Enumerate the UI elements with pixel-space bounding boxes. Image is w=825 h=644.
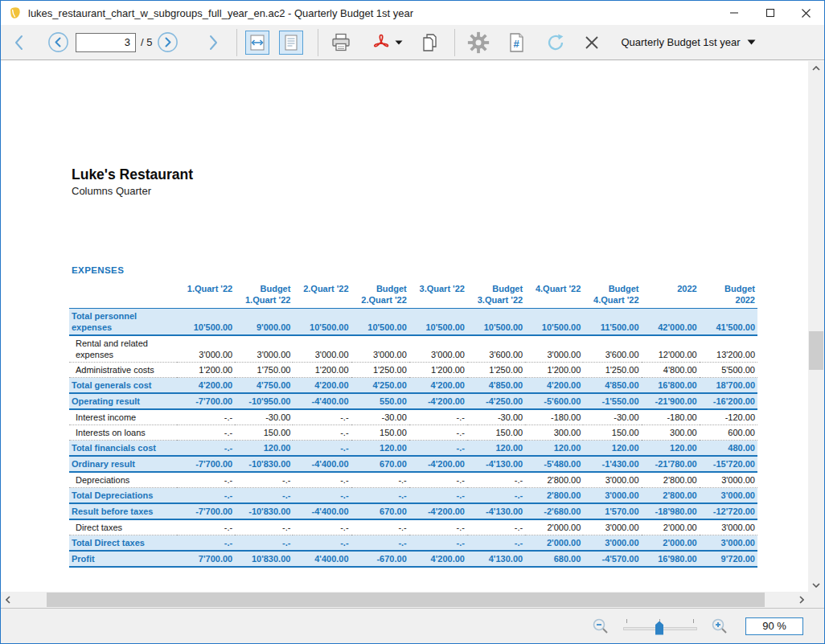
cell-value: 13'200.00 xyxy=(700,335,757,363)
table-row: Result before taxes-7'700.00-10'830.00-4… xyxy=(69,503,757,519)
row-label: Ordinary result xyxy=(69,456,177,472)
cell-value: 3'000.00 xyxy=(583,472,641,488)
scroll-up-button[interactable] xyxy=(808,61,824,75)
cell-value: 3'600.00 xyxy=(467,335,525,363)
cell-value: -.- xyxy=(235,472,293,488)
next-page-button[interactable] xyxy=(157,30,179,55)
cell-value: 3'000.00 xyxy=(293,335,351,363)
cell-value: 18'700.00 xyxy=(700,378,757,394)
maximize-button[interactable] xyxy=(752,1,788,25)
cell-value: 120.00 xyxy=(642,441,700,457)
cell-value: 150.00 xyxy=(583,425,641,441)
cell-value: -.- xyxy=(409,409,467,425)
zoom-slider-handle[interactable] xyxy=(655,621,663,635)
scroll-right-button[interactable] xyxy=(794,592,808,608)
cell-value: -.- xyxy=(467,535,525,552)
close-preview-button[interactable] xyxy=(582,30,601,55)
cell-value: 300.00 xyxy=(525,425,583,441)
cell-value: 12'000.00 xyxy=(642,335,700,363)
table-row: Total generals cost4'200.004'750.004'200… xyxy=(69,378,757,394)
column-header: Budget2022 xyxy=(700,283,757,309)
close-window-button[interactable] xyxy=(788,1,824,25)
cell-value: -4'250.00 xyxy=(467,393,525,409)
cell-value: -5'480.00 xyxy=(525,456,583,472)
cell-value: 3'000.00 xyxy=(583,519,641,535)
app-icon xyxy=(8,6,22,20)
cell-value: -10'830.00 xyxy=(235,456,293,472)
vertical-scrollbar[interactable] xyxy=(808,61,824,592)
print-settings-button[interactable] xyxy=(466,30,490,55)
cell-value: 3'000.00 xyxy=(700,488,757,504)
cell-value: 1'250.00 xyxy=(467,363,525,378)
zoom-slider[interactable] xyxy=(623,617,697,635)
cell-value: -4'130.00 xyxy=(467,456,525,472)
cell-value: -2'680.00 xyxy=(525,503,583,519)
toolbar-separator xyxy=(454,29,455,56)
fit-width-button[interactable] xyxy=(245,31,269,55)
cell-value: -4'200.00 xyxy=(409,393,467,409)
cell-value: 4'130.00 xyxy=(467,551,525,567)
scroll-left-button[interactable] xyxy=(1,592,14,608)
row-label: Total Direct taxes xyxy=(69,535,177,552)
cell-value: -.- xyxy=(409,535,467,552)
minimize-button[interactable] xyxy=(716,1,752,25)
print-button[interactable] xyxy=(330,30,352,55)
cell-value: -.- xyxy=(409,519,467,535)
print-icon xyxy=(330,32,352,53)
cell-value: -.- xyxy=(351,472,409,488)
page-numbering-button[interactable]: # xyxy=(507,30,526,55)
chevron-down-icon xyxy=(812,583,820,588)
cell-value: 4'250.00 xyxy=(351,378,409,394)
prev-page-chevron-icon xyxy=(10,33,28,52)
table-row: Total personnel expenses10'500.009'000.0… xyxy=(69,309,757,336)
cell-value: -4'570.00 xyxy=(583,551,641,567)
cell-value: 7'700.00 xyxy=(177,551,235,567)
refresh-button[interactable] xyxy=(545,30,566,55)
cell-value: 10'500.00 xyxy=(467,309,525,336)
cell-value: -10'830.00 xyxy=(235,503,293,519)
horizontal-scrollbar[interactable] xyxy=(1,592,808,608)
document-title: Luke's Restaurant xyxy=(72,166,193,183)
zoom-out-button[interactable] xyxy=(591,613,610,639)
window-controls xyxy=(716,1,824,25)
whole-page-button[interactable] xyxy=(279,31,303,55)
page-number-input[interactable] xyxy=(76,33,136,52)
cell-value: 3'000.00 xyxy=(700,519,757,535)
zoom-out-icon xyxy=(591,617,610,636)
cell-value: -21'900.00 xyxy=(642,393,700,409)
view-selector-dropdown[interactable]: Quarterly Budget 1st year xyxy=(614,31,761,53)
cell-value: -7'700.00 xyxy=(177,456,235,472)
chevron-up-icon xyxy=(812,66,820,71)
cell-value: -.- xyxy=(177,425,235,441)
cell-value: 1'570.00 xyxy=(583,503,641,519)
zoom-in-button[interactable] xyxy=(710,613,729,639)
previous-page-button[interactable] xyxy=(47,30,69,55)
cell-value: 9'000.00 xyxy=(235,309,293,336)
section-title: EXPENSES xyxy=(72,265,124,275)
horizontal-scrollbar-thumb[interactable] xyxy=(47,593,765,607)
cell-value: 16'800.00 xyxy=(642,378,700,394)
pdf-export-button[interactable] xyxy=(371,30,403,55)
cell-value: 4'200.00 xyxy=(409,551,467,567)
refresh-icon xyxy=(545,32,566,53)
chevron-left-icon xyxy=(6,596,10,604)
cell-value: -4'130.00 xyxy=(467,503,525,519)
row-label: Rental and related expenses xyxy=(69,335,177,363)
row-label: Interests on loans xyxy=(69,425,177,441)
minimize-icon xyxy=(729,8,739,18)
close-preview-icon xyxy=(582,33,601,52)
cell-value: 1'200.00 xyxy=(177,363,235,378)
row-label: Interest income xyxy=(69,409,177,425)
cell-value: -.- xyxy=(293,519,351,535)
cell-value: 1'200.00 xyxy=(409,363,467,378)
table-header-row: 1.Quart '22 Budget1.Quart '222.Quart '22… xyxy=(69,283,757,309)
scroll-down-button[interactable] xyxy=(808,578,824,592)
first-page-button[interactable] xyxy=(10,30,28,55)
zoom-percentage-field[interactable]: 90 % xyxy=(745,617,803,635)
document-subtitle: Columns Quarter xyxy=(72,185,151,197)
last-page-button[interactable] xyxy=(204,30,222,55)
cell-value: -.- xyxy=(351,535,409,552)
page-count-label: / 5 xyxy=(141,36,152,48)
copy-button[interactable] xyxy=(419,30,440,55)
vertical-scrollbar-thumb[interactable] xyxy=(809,331,823,370)
